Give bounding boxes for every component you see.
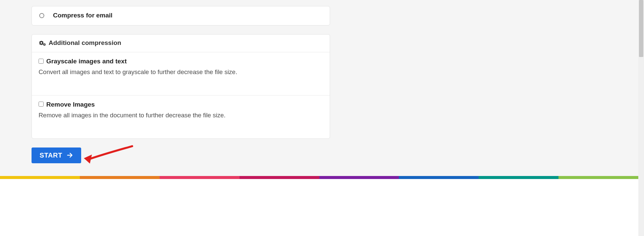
option-title-text: Grayscale images and text [46, 58, 127, 65]
section-header: Additional compression [32, 35, 330, 52]
radio-label: Compress for email [53, 12, 112, 19]
option-desc: Convert all images and text to grayscale… [39, 68, 323, 76]
svg-point-1 [44, 44, 45, 45]
option-card-compress-email[interactable]: Compress for email [32, 6, 330, 25]
svg-point-0 [41, 42, 42, 44]
option-title-row[interactable]: Remove Images [39, 101, 323, 108]
option-remove-images: Remove Images Remove all images in the d… [32, 96, 330, 138]
footer-white-area [0, 179, 638, 236]
radio-icon[interactable] [39, 13, 44, 18]
scrollbar[interactable] [638, 0, 644, 236]
additional-compression-card: Additional compression Grayscale images … [32, 34, 330, 139]
start-button[interactable]: START [32, 148, 81, 163]
gears-icon [39, 40, 46, 46]
option-title-text: Remove Images [46, 101, 95, 108]
checkbox-grayscale[interactable] [39, 59, 44, 64]
option-desc: Remove all images in the document to fur… [39, 111, 323, 120]
option-title-row[interactable]: Grayscale images and text [39, 58, 323, 65]
checkbox-remove-images[interactable] [39, 102, 44, 107]
page-content: Compress for email Additional compressio… [0, 0, 644, 163]
start-button-label: START [40, 152, 62, 159]
section-title: Additional compression [49, 39, 121, 47]
option-grayscale: Grayscale images and text Convert all im… [32, 52, 330, 96]
radio-row[interactable]: Compress for email [32, 6, 330, 25]
footer-color-strip [0, 176, 638, 179]
arrow-right-icon [66, 152, 73, 159]
scrollbar-thumb[interactable] [639, 0, 643, 57]
